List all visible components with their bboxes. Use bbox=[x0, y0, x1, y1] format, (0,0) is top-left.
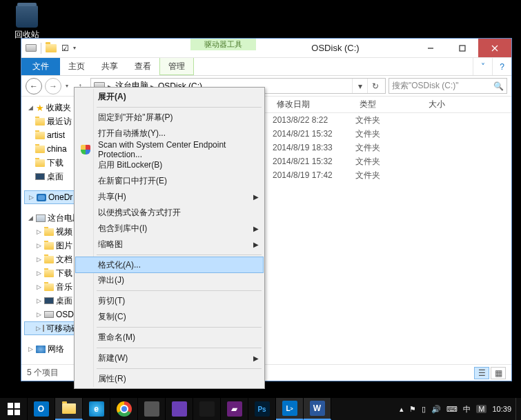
folder-icon bbox=[44, 270, 54, 277]
menu-item-label: 格式化(A)... bbox=[98, 259, 141, 271]
system-tray[interactable]: ▴ ⚑ ▯ 🔊 ⌨ 中 M 10:39 bbox=[395, 398, 515, 420]
ime-icon[interactable]: ⌨ bbox=[446, 405, 458, 414]
menu-item[interactable]: 格式化(A)... bbox=[75, 257, 264, 273]
volume-icon[interactable]: 🔊 bbox=[431, 405, 441, 414]
menu-item[interactable]: 复制(C) bbox=[76, 309, 263, 325]
chevron-right-icon: ▶ bbox=[253, 193, 259, 201]
menu-item-label: 新建(W) bbox=[98, 352, 128, 364]
back-button[interactable]: ← bbox=[26, 78, 42, 94]
menu-item-label: 缩略图 bbox=[98, 239, 123, 250]
menu-item[interactable]: 缩略图▶ bbox=[76, 237, 263, 252]
tab-manage[interactable]: 管理 bbox=[159, 58, 194, 75]
tab-share[interactable]: 共享 bbox=[93, 58, 126, 75]
menu-item-label: 共享(H) bbox=[98, 191, 126, 203]
menu-item-label: 属性(R) bbox=[98, 373, 126, 385]
menu-item[interactable]: 以便携式设备方式打开 bbox=[76, 205, 263, 221]
menu-item[interactable]: 新建(W)▶ bbox=[76, 350, 263, 366]
menu-item[interactable]: 属性(R) bbox=[76, 371, 263, 387]
tray-up-icon[interactable]: ▴ bbox=[400, 405, 404, 414]
menu-item-label: 固定到"开始"屏幕(P) bbox=[98, 112, 173, 123]
menu-item[interactable]: Scan with System Center Endpoint Protect… bbox=[76, 141, 263, 157]
tab-view[interactable]: 查看 bbox=[126, 58, 159, 75]
menu-item[interactable]: 启用 BitLocker(B) bbox=[76, 157, 263, 173]
titlebar[interactable]: ☑ ▾ 驱动器工具 OSDisk (C:) bbox=[21, 39, 511, 58]
menu-separator bbox=[97, 327, 262, 328]
recycle-bin[interactable]: 回收站 bbox=[12, 6, 41, 41]
folder-icon bbox=[44, 256, 54, 263]
help-icon[interactable]: ? bbox=[492, 58, 511, 75]
drive-icon bbox=[44, 311, 54, 318]
taskbar-app[interactable] bbox=[193, 398, 221, 420]
menu-separator bbox=[97, 254, 262, 255]
recycle-bin-icon bbox=[16, 6, 38, 28]
start-button[interactable] bbox=[0, 398, 28, 420]
svg-rect-7 bbox=[14, 410, 20, 415]
network-icon[interactable]: ▯ bbox=[422, 405, 426, 414]
col-size[interactable]: 大小 bbox=[424, 99, 480, 110]
menu-separator bbox=[97, 290, 262, 291]
taskbar-ie[interactable]: e bbox=[83, 398, 110, 420]
maximize-button[interactable] bbox=[446, 39, 478, 57]
search-icon: 🔍 bbox=[493, 81, 504, 91]
ribbon: 文件 主页 共享 查看 管理 ˅ ? bbox=[21, 58, 511, 76]
menu-item-label: 弹出(J) bbox=[98, 274, 124, 286]
menu-separator bbox=[97, 348, 262, 348]
folder-icon bbox=[35, 118, 45, 126]
shield-icon bbox=[79, 143, 92, 156]
close-button[interactable] bbox=[478, 39, 511, 57]
ribbon-toggle-icon[interactable]: ˅ bbox=[473, 58, 492, 75]
menu-item-label: 以便携式设备方式打开 bbox=[98, 207, 181, 219]
menu-item-label: 剪切(T) bbox=[98, 295, 125, 307]
refresh-button[interactable]: ↻ bbox=[367, 79, 382, 93]
forward-button[interactable]: → bbox=[45, 78, 61, 94]
qat-folder-icon[interactable] bbox=[46, 43, 57, 54]
tab-home[interactable]: 主页 bbox=[60, 58, 93, 75]
taskbar-app[interactable] bbox=[138, 398, 166, 420]
ime-mode[interactable]: M bbox=[476, 405, 486, 413]
menu-item[interactable]: 弹出(J) bbox=[76, 272, 263, 288]
menu-item[interactable]: 在新窗口中打开(E) bbox=[76, 173, 263, 189]
folder-icon bbox=[44, 228, 54, 236]
taskbar-explorer[interactable] bbox=[55, 398, 83, 420]
search-input[interactable]: 搜索"OSDisk (C:)" 🔍 bbox=[389, 78, 507, 94]
view-icons-button[interactable]: ▦ bbox=[491, 367, 506, 379]
taskbar-vs[interactable]: ▰ bbox=[221, 398, 248, 420]
contextual-tab-label: 驱动器工具 bbox=[190, 39, 256, 50]
folder-icon bbox=[44, 242, 54, 250]
col-type[interactable]: 类型 bbox=[355, 99, 424, 110]
folder-icon bbox=[44, 283, 54, 291]
ime-lang[interactable]: 中 bbox=[463, 404, 471, 414]
view-details-button[interactable]: ☰ bbox=[474, 367, 489, 379]
menu-item[interactable]: 重命名(M) bbox=[76, 330, 263, 346]
clock[interactable]: 10:39 bbox=[492, 405, 511, 413]
taskbar-lync[interactable]: L> bbox=[276, 398, 304, 420]
col-date[interactable]: 修改日期 bbox=[273, 99, 355, 110]
menu-item[interactable]: 包含到库中(I)▶ bbox=[76, 221, 263, 237]
item-count: 5 个项目 bbox=[27, 367, 59, 379]
taskbar-outlook[interactable]: O bbox=[28, 398, 55, 420]
menu-separator bbox=[97, 107, 262, 108]
folder-icon bbox=[35, 132, 45, 139]
tab-file[interactable]: 文件 bbox=[21, 58, 60, 75]
menu-item[interactable]: 剪切(T) bbox=[76, 293, 263, 309]
menu-item[interactable]: 共享(H)▶ bbox=[76, 189, 263, 205]
taskbar-app[interactable] bbox=[166, 398, 193, 420]
minimize-button[interactable] bbox=[415, 39, 446, 57]
menu-separator bbox=[97, 368, 262, 369]
taskbar: O e ▰ Ps L> W ▴ ⚑ ▯ 🔊 ⌨ 中 M 10:39 bbox=[0, 398, 521, 420]
show-desktop-button[interactable] bbox=[515, 398, 521, 420]
qat-properties-icon[interactable]: ☑ bbox=[59, 43, 70, 54]
address-dropdown[interactable]: ▾ bbox=[352, 79, 367, 93]
window-title: OSDisk (C:) bbox=[256, 43, 415, 53]
taskbar-chrome[interactable] bbox=[110, 398, 138, 420]
taskbar-word[interactable]: W bbox=[304, 398, 331, 420]
menu-item[interactable]: 展开(A) bbox=[76, 89, 263, 105]
qat-dropdown[interactable]: ▾ bbox=[73, 45, 76, 51]
menu-item-label: 重命名(M) bbox=[98, 332, 135, 343]
history-dropdown[interactable]: ▾ bbox=[64, 83, 70, 89]
menu-item[interactable]: 固定到"开始"屏幕(P) bbox=[76, 110, 263, 126]
taskbar-ps[interactable]: Ps bbox=[248, 398, 276, 420]
svg-rect-6 bbox=[8, 410, 13, 415]
chevron-right-icon: ▶ bbox=[253, 241, 259, 248]
flag-icon[interactable]: ⚑ bbox=[409, 405, 416, 414]
